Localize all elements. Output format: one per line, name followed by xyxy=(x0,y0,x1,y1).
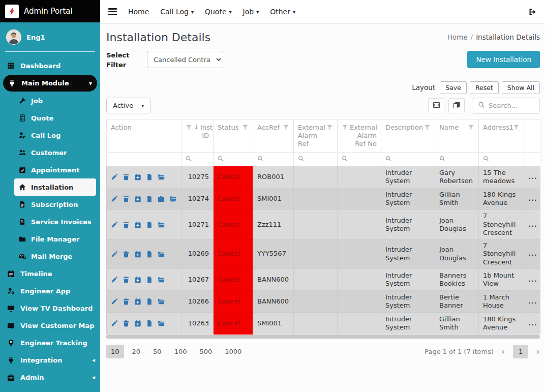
page-size-1000[interactable]: 1000 xyxy=(220,345,246,358)
filter-cell-description[interactable] xyxy=(381,153,435,166)
page-size-50[interactable]: 50 xyxy=(148,345,166,358)
row-more-button[interactable]: ... xyxy=(524,188,540,210)
col-header-inst_id[interactable]: ↓Inst ID xyxy=(181,119,214,153)
calendar-plus-icon[interactable] xyxy=(134,276,141,283)
folder-open-icon[interactable] xyxy=(158,251,165,258)
pencil-icon[interactable] xyxy=(111,276,118,283)
page-size-10[interactable]: 10 xyxy=(106,345,124,358)
row-more-button[interactable]: ... xyxy=(524,268,540,290)
calendar-plus-icon[interactable] xyxy=(134,251,141,258)
column-chooser-button[interactable] xyxy=(448,98,465,113)
col-header-accref[interactable]: AccRef xyxy=(253,119,294,153)
sidebar-item-view-customer-map[interactable]: View Customer Map xyxy=(0,317,100,334)
sidebar-item-integration[interactable]: Integration◂ xyxy=(0,351,100,369)
sidebar-item-subscription[interactable]: Subscription xyxy=(14,196,96,213)
row-more-button[interactable]: ... xyxy=(524,290,540,312)
sidebar-item-engineer-tracking[interactable]: Engineer Tracking xyxy=(0,334,100,351)
pencil-icon[interactable] xyxy=(111,320,118,327)
reset-button[interactable]: Reset xyxy=(470,81,499,94)
table-row[interactable]: 10274CancelSMI001Intruder SystemGillian … xyxy=(107,188,540,210)
breadcrumb-home-link[interactable]: Home xyxy=(447,33,468,41)
calendar-plus-icon[interactable] xyxy=(134,320,141,327)
sidebar-item-view-tv-dashboard[interactable]: View TV Dashboard xyxy=(0,299,100,317)
table-row[interactable]: 10263CancelSMI001Intruder SystemGillian … xyxy=(107,312,540,334)
sidebar-item-engineer-app[interactable]: Engineer App xyxy=(0,282,100,299)
pencil-icon[interactable] xyxy=(111,298,118,305)
sidebar-item-call-log[interactable]: Call Log xyxy=(14,127,96,144)
hamburger-menu-icon[interactable] xyxy=(108,8,117,15)
folder-open-icon[interactable] xyxy=(158,298,165,305)
nav-item-call-log[interactable]: Call Log▾ xyxy=(160,8,194,16)
document-icon[interactable] xyxy=(146,320,153,327)
folder-open-icon[interactable] xyxy=(169,195,176,202)
pencil-icon[interactable] xyxy=(111,251,118,258)
sidebar-item-file-manager[interactable]: File Manager xyxy=(14,230,96,248)
table-row[interactable]: 10266CancelBANN600Intruder SystemBertie … xyxy=(107,290,540,312)
sign-out-icon[interactable] xyxy=(528,8,537,16)
filter-select[interactable]: Cancelled Contracts xyxy=(147,51,223,68)
col-header-status[interactable]: Status xyxy=(214,119,253,153)
table-row[interactable]: 10269CancelYYY5567Intruder SystemJoan Do… xyxy=(107,239,540,269)
sidebar-item-appointment[interactable]: Appointment xyxy=(14,161,96,178)
search-input[interactable] xyxy=(489,102,535,109)
trash-icon[interactable] xyxy=(123,195,130,202)
sidebar-item-timeline[interactable]: Timeline xyxy=(0,265,100,282)
col-header-address1[interactable]: Address1 xyxy=(479,119,524,153)
calendar-plus-icon[interactable] xyxy=(134,221,141,228)
current-page-button[interactable]: 1 xyxy=(513,345,528,358)
filter-cell-name[interactable] xyxy=(435,153,479,166)
page-size-500[interactable]: 500 xyxy=(195,345,217,358)
briefcase-icon[interactable] xyxy=(158,195,165,202)
trash-icon[interactable] xyxy=(123,251,130,258)
folder-open-icon[interactable] xyxy=(158,173,165,180)
sidebar-item-customer[interactable]: Customer xyxy=(14,144,96,161)
sidebar-item-job[interactable]: Job xyxy=(14,92,96,109)
filter-cell-address1[interactable] xyxy=(479,153,524,166)
pencil-icon[interactable] xyxy=(111,195,118,202)
filter-funnel-icon[interactable] xyxy=(468,124,474,131)
user-panel[interactable]: Eng1 xyxy=(0,22,100,51)
pencil-icon[interactable] xyxy=(111,221,118,228)
row-more-button[interactable]: ... xyxy=(524,210,540,239)
filter-cell-status[interactable] xyxy=(214,153,253,166)
row-more-button[interactable]: ... xyxy=(524,166,540,188)
document-icon[interactable] xyxy=(146,298,153,305)
nav-item-home[interactable]: Home xyxy=(128,8,149,16)
filter-funnel-icon[interactable] xyxy=(242,124,249,131)
active-status-dropdown[interactable]: Active ▾ xyxy=(106,98,150,113)
nav-item-quote[interactable]: Quote▾ xyxy=(205,8,232,16)
folder-open-icon[interactable] xyxy=(158,320,165,327)
filter-funnel-icon[interactable] xyxy=(326,124,333,131)
sidebar-item-mail-merge[interactable]: Mail Merge xyxy=(14,248,96,265)
sidebar-item-service-invoices[interactable]: Service Invoices xyxy=(14,213,96,230)
next-page-icon[interactable]: › xyxy=(536,347,540,356)
filter-cell-accref[interactable] xyxy=(253,153,294,166)
document-icon[interactable] xyxy=(146,221,153,228)
filter-funnel-icon[interactable] xyxy=(513,124,520,131)
col-header-action[interactable]: Action xyxy=(107,119,181,153)
col-header-description[interactable]: Description xyxy=(381,119,435,153)
col-header-name[interactable]: Name xyxy=(435,119,479,153)
table-row[interactable]: 10267CancelBANN600Intruder SystemBanners… xyxy=(107,268,540,290)
filter-funnel-icon[interactable] xyxy=(342,124,348,131)
row-more-button[interactable]: ... xyxy=(524,239,540,269)
folder-open-icon[interactable] xyxy=(158,276,165,283)
sidebar-item-dashboard[interactable]: Dashboard xyxy=(0,57,100,74)
export-layout-button[interactable] xyxy=(428,98,444,113)
document-icon[interactable] xyxy=(146,195,153,202)
page-size-100[interactable]: 100 xyxy=(170,345,192,358)
nav-item-job[interactable]: Job▾ xyxy=(243,8,259,16)
filter-cell-external_alarm_ref_no[interactable] xyxy=(338,153,381,166)
document-icon[interactable] xyxy=(146,173,153,180)
trash-icon[interactable] xyxy=(123,276,130,283)
nav-item-other[interactable]: Other▾ xyxy=(270,8,295,16)
row-more-button[interactable]: ... xyxy=(524,312,540,334)
new-installation-button[interactable]: New Installation xyxy=(467,51,540,68)
filter-funnel-icon[interactable] xyxy=(186,124,192,131)
col-header-external_alarm_ref[interactable]: External Alarm Ref xyxy=(294,119,338,153)
table-row[interactable]: 10271CancelZzz111Intruder SystemJoan Dou… xyxy=(107,210,540,239)
trash-icon[interactable] xyxy=(123,221,130,228)
calendar-plus-icon[interactable] xyxy=(134,195,141,202)
table-row[interactable]: 10275CancelROB001Intruder SystemGary Rob… xyxy=(107,166,540,188)
save-button[interactable]: Save xyxy=(440,81,467,94)
